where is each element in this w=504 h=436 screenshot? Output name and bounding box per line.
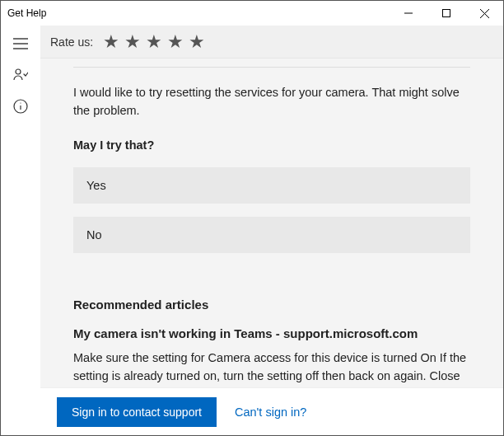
sign-in-button[interactable]: Sign in to contact support: [57, 397, 217, 427]
svg-point-7: [16, 69, 21, 74]
article-title[interactable]: My camera isn't working in Teams - suppo…: [73, 325, 470, 344]
rate-bar: Rate us: ★ ★ ★ ★ ★: [40, 26, 503, 59]
star-1-icon[interactable]: ★: [103, 31, 119, 53]
sidebar: [1, 26, 40, 435]
assistant-message: I would like to try resetting the servic…: [73, 84, 470, 120]
star-3-icon[interactable]: ★: [146, 31, 162, 53]
app-body: Rate us: ★ ★ ★ ★ ★ I would like to try r…: [1, 26, 503, 435]
option-yes-button[interactable]: Yes: [73, 167, 470, 204]
maximize-button[interactable]: [427, 1, 465, 26]
window-controls: [390, 1, 503, 26]
svg-rect-1: [443, 10, 450, 17]
recommended-heading: Recommended articles: [73, 296, 470, 315]
option-no-button[interactable]: No: [73, 217, 470, 253]
svg-point-10: [20, 102, 21, 103]
menu-icon[interactable]: [12, 35, 29, 52]
content-area: I would like to try resetting the servic…: [40, 59, 503, 387]
footer-bar: Sign in to contact support Can't sign in…: [40, 387, 503, 435]
get-help-window: Get Help Rat: [0, 0, 504, 436]
star-5-icon[interactable]: ★: [189, 31, 205, 53]
divider: [73, 67, 470, 68]
contact-icon[interactable]: [12, 67, 29, 83]
star-2-icon[interactable]: ★: [124, 31, 141, 53]
rate-label: Rate us:: [50, 35, 93, 49]
assistant-question: May I try that?: [73, 137, 470, 155]
star-4-icon[interactable]: ★: [167, 31, 184, 53]
title-bar: Get Help: [1, 1, 503, 26]
article-snippet: Make sure the setting for Camera access …: [73, 349, 470, 387]
close-button[interactable]: [465, 1, 503, 26]
minimize-button[interactable]: [390, 1, 427, 26]
cant-sign-in-link[interactable]: Can't sign in?: [235, 406, 306, 419]
info-icon[interactable]: [12, 98, 29, 115]
main-panel: Rate us: ★ ★ ★ ★ ★ I would like to try r…: [40, 26, 503, 435]
window-title: Get Help: [7, 7, 46, 19]
